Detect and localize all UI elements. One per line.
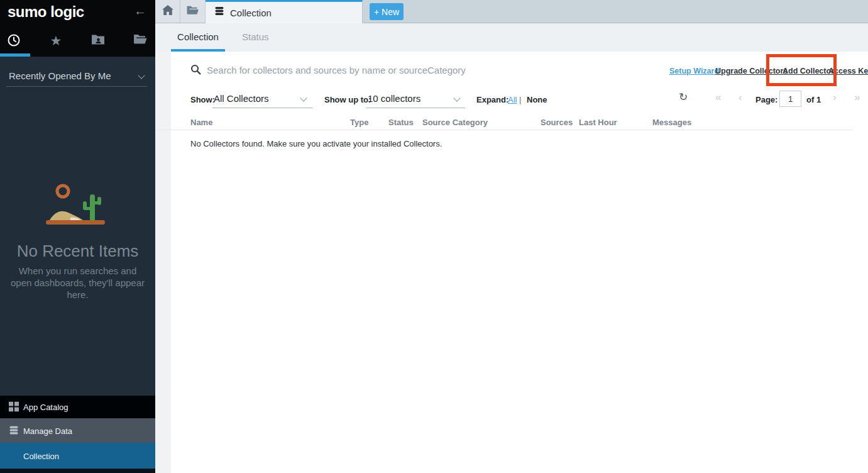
collectors-table-header: Name Type Status Source Category Sources… (155, 114, 853, 130)
no-recent-items-description: When you run searches and open dashboard… (8, 265, 148, 301)
column-header-last-hour: Last Hour (579, 118, 617, 127)
page-tabs: Collection Status (155, 23, 868, 52)
folder-person-icon (91, 37, 105, 48)
active-nav-indicator (0, 53, 30, 57)
home-tab-button[interactable] (155, 0, 180, 23)
database-icon (214, 6, 224, 19)
expand-all-link[interactable]: All (508, 95, 517, 104)
sidebar-item-collection[interactable]: Collection (0, 443, 155, 469)
page-label: Page: (755, 95, 777, 104)
column-header-sources: Sources (541, 118, 573, 127)
annotation-highlight-box (766, 54, 837, 86)
sidebar-collapse-button[interactable]: ← (134, 4, 146, 18)
search-icon (190, 64, 201, 77)
database-icon (9, 425, 19, 436)
sidebar-item-label: Collection (23, 451, 59, 460)
recent-filter-label: Recently Opened By Me (9, 70, 111, 81)
sidebar-header: sumo logic ← ★ (0, 0, 155, 57)
divider (6, 86, 147, 87)
collection-panel: Setup Wizard Upgrade Collectors Add Coll… (155, 52, 868, 473)
sidebar-item-app-catalog[interactable]: App Catalog (0, 396, 155, 418)
empty-table-message: No Collectors found. Make sure you activ… (190, 139, 442, 148)
chevron-down-icon (453, 94, 460, 101)
dropdown-underline (212, 108, 312, 108)
library-nav-button[interactable] (133, 33, 148, 48)
column-header-messages: Messages (652, 118, 691, 127)
sidebar: sumo logic ← ★ Recently Opened By Me (0, 0, 155, 473)
open-folder-icon (133, 36, 147, 47)
last-page-button[interactable]: » (854, 91, 860, 104)
first-page-button[interactable]: « (715, 91, 721, 104)
column-header-source-category: Source Category (422, 118, 488, 127)
search-input[interactable] (207, 59, 596, 81)
favorites-nav-button[interactable]: ★ (48, 33, 63, 48)
expand-separator: | (519, 95, 521, 104)
sidebar-item-label: Manage Data (23, 426, 72, 435)
previous-page-button[interactable]: ‹ (739, 91, 742, 104)
app-logo: sumo logic (8, 3, 84, 21)
column-header-status: Status (388, 118, 414, 127)
expand-label: Expand: (476, 95, 508, 104)
column-header-type: Type (350, 118, 368, 127)
show-up-to-dropdown[interactable]: 10 collectors (368, 93, 420, 104)
page-of-label: of 1 (806, 95, 821, 104)
refresh-button[interactable]: ↻ (679, 91, 688, 104)
new-button[interactable]: + New (370, 3, 404, 20)
clock-icon (7, 38, 21, 49)
tab-label: Collection (230, 8, 272, 18)
chevron-down-icon (138, 72, 145, 79)
star-icon: ★ (50, 33, 62, 48)
home-icon (162, 5, 173, 18)
library-tab-button[interactable] (180, 0, 206, 23)
tab-collection[interactable]: Collection (206, 0, 363, 23)
show-filter-dropdown[interactable]: All Collectors (214, 93, 269, 104)
grid-icon (9, 402, 19, 413)
recent-items-nav-button[interactable] (6, 33, 21, 48)
expand-none-link[interactable]: None (527, 95, 547, 104)
chevron-down-icon (300, 94, 307, 101)
show-filter-label: Show: (190, 95, 215, 104)
dropdown-underline (366, 108, 465, 108)
recent-filter-dropdown[interactable]: Recently Opened By Me (0, 65, 155, 87)
sidebar-footer-strip (0, 469, 155, 473)
sidebar-item-manage-data[interactable]: Manage Data (0, 418, 155, 443)
column-header-name: Name (190, 118, 212, 127)
open-folder-icon (186, 5, 199, 18)
shared-content-nav-button[interactable] (91, 33, 106, 48)
document-tab-bar: Collection + New (155, 0, 868, 23)
tab-status-view[interactable]: Status (242, 23, 269, 52)
tab-collection-view[interactable]: Collection (171, 23, 225, 52)
show-up-to-label: Show up to: (324, 95, 371, 104)
next-page-button[interactable]: › (833, 91, 837, 104)
page-number-input[interactable] (779, 91, 801, 107)
desert-illustration (35, 178, 123, 231)
sidebar-item-label: App Catalog (23, 403, 69, 412)
no-recent-items-title: No Recent Items (0, 242, 155, 261)
setup-wizard-link[interactable]: Setup Wizard (669, 67, 719, 75)
